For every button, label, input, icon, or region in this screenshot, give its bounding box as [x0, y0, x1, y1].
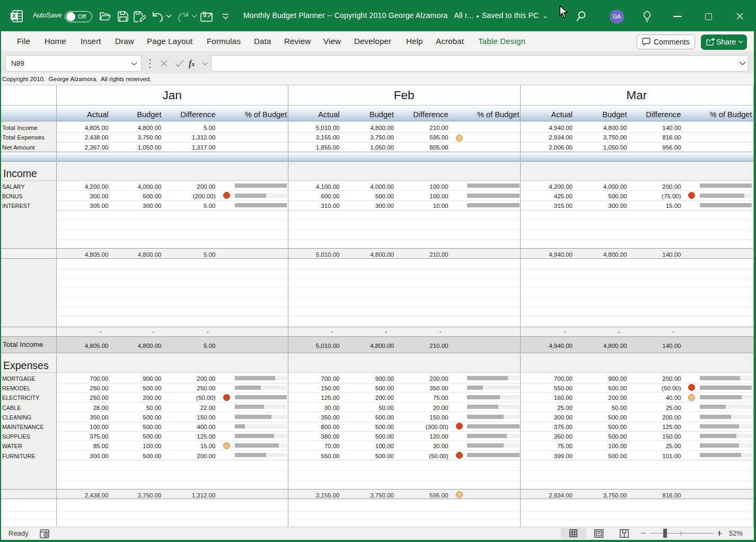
svg-text:X: X — [12, 13, 16, 19]
